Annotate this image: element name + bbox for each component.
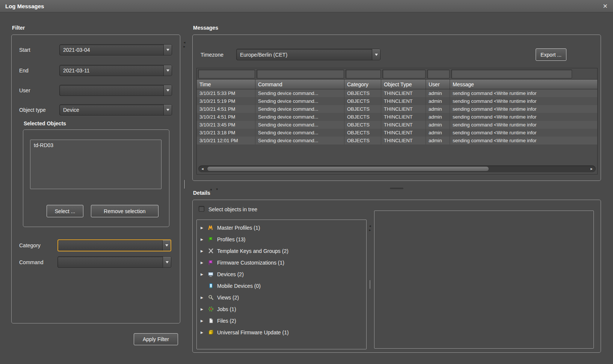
tree-item-profiles[interactable]: ▶ Profiles (13) [197,233,366,245]
log-row[interactable]: 3/10/21 3:45 PM Sending device command..… [197,121,597,129]
select-objects-checkbox[interactable] [199,206,204,212]
log-row[interactable]: 3/10/21 5:33 PM Sending device command..… [197,89,597,97]
selected-objects-list[interactable]: td-RD03 [30,140,162,189]
expand-arrow-icon[interactable]: ▶ [201,261,207,265]
apply-filter-button[interactable]: Apply Filter [134,333,178,345]
scroll-right-icon[interactable]: ► [587,167,596,171]
start-date-combobox[interactable]: 2021-03-04 [59,44,172,56]
object-type-value: Device [60,105,163,115]
tree-item-files[interactable]: ▶ Files (2) [197,315,366,326]
profiles-icon [207,236,214,242]
tree-item-firmware-customizations[interactable]: ▶ Firmware Customizations (1) [197,257,366,268]
details-group-title: Details [193,190,210,196]
end-date-combobox[interactable]: 2021-03-11 [59,65,172,76]
dropdown-arrow-icon[interactable] [163,65,172,76]
time-filter-input[interactable] [198,69,255,78]
log-row[interactable]: 3/10/21 5:19 PM Sending device command..… [197,97,597,105]
command-combobox[interactable] [57,256,171,268]
column-filter-row [197,68,597,80]
selected-objects-group: td-RD03 Select ... Remove selection [23,129,169,227]
expand-arrow-icon[interactable]: ▶ [201,307,207,311]
user-filter-input[interactable] [427,69,450,78]
horizontal-scrollbar[interactable]: ◄ ► [198,165,596,172]
details-content-panel [374,211,594,349]
expand-arrow-icon[interactable]: ▶ [201,238,207,241]
left-right-splitter[interactable]: ◄ ► [182,35,187,323]
filter-group-title: Filter [12,25,25,31]
expand-arrow-icon[interactable]: ▶ [201,272,207,276]
object-type-combobox[interactable]: Device [59,104,172,116]
category-combobox[interactable] [57,239,171,251]
message-filter-input[interactable] [451,69,572,78]
category-filter-input[interactable] [346,69,381,78]
top-bottom-splitter[interactable]: ▲ ▼ [192,185,601,191]
views-icon [207,294,214,301]
log-row[interactable]: 3/10/21 3:18 PM Sending device command..… [197,129,597,137]
log-row[interactable]: 3/10/21 12:01 PM Sending device command.… [197,137,597,144]
expand-arrow-icon[interactable]: ▶ [201,296,207,299]
collapse-right-icon[interactable]: ► [182,45,187,49]
log-row[interactable]: 3/10/21 4:51 PM Sending device command..… [197,105,597,113]
start-label: Start [19,47,30,53]
tree-item-jobs[interactable]: ▶ Jobs (1) [197,303,366,315]
tree-item-master-profiles[interactable]: ▶ Master Profiles (1) [197,222,366,233]
col-header-object-type[interactable]: Object Type [381,80,426,89]
select-objects-checkbox-label: Select objects in tree [208,206,257,212]
dropdown-arrow-icon[interactable] [163,257,171,268]
col-header-command[interactable]: Command [255,80,344,89]
col-header-category[interactable]: Category [344,80,381,89]
dropdown-arrow-icon[interactable] [163,105,172,115]
tree-item-universal-firmware-update[interactable]: ▶ Universal Firmware Update (1) [197,326,366,338]
details-splitter[interactable]: ◄ ► [367,220,373,349]
object-type-label: Object type [19,107,46,113]
command-label: Command [19,259,44,265]
command-filter-input[interactable] [257,69,344,78]
dropdown-arrow-icon[interactable] [163,85,172,96]
export-button[interactable]: Export ... [536,48,566,61]
scroll-left-icon[interactable]: ◄ [198,167,207,171]
user-label: User [19,87,30,93]
scrollbar-thumb[interactable] [207,166,489,171]
timezone-combobox[interactable]: Europe/Berlin (CET) [236,49,380,60]
command-value [58,257,163,268]
list-item[interactable]: td-RD03 [34,142,158,148]
tree-item-devices[interactable]: ▶ Devices (2) [197,268,366,280]
dropdown-arrow-icon[interactable] [162,240,171,251]
messages-group: Timezone Europe/Berlin (CET) Export ... … [192,35,601,181]
messages-group-title: Messages [193,25,218,31]
expand-arrow-icon[interactable]: ▶ [201,319,207,323]
log-row[interactable]: 3/10/21 4:51 PM Sending device command..… [197,113,597,121]
collapse-left-icon[interactable]: ◄ [367,224,373,228]
expand-arrow-icon[interactable]: ▶ [201,331,207,334]
col-header-user[interactable]: User [426,80,450,89]
dropdown-arrow-icon[interactable] [163,45,172,55]
col-header-message[interactable]: Message [450,80,597,89]
close-icon[interactable]: ✕ [603,3,608,10]
window-title: Log Messages [5,3,44,9]
collapse-right-icon[interactable]: ► [367,228,373,232]
collapse-down-icon[interactable]: ▼ [216,188,219,191]
remove-selection-button[interactable]: Remove selection [91,205,159,217]
user-combobox[interactable] [59,85,172,96]
collapse-left-icon[interactable]: ◄ [182,41,187,45]
jobs-icon [207,306,214,312]
tree-item-mobile-devices[interactable]: ▶ Mobile Devices (0) [197,280,366,292]
tree-item-template-keys[interactable]: ▶ Template Keys and Groups (2) [197,245,366,257]
expand-arrow-icon[interactable]: ▶ [201,249,207,253]
category-value [58,240,162,251]
files-icon [207,317,214,324]
user-value [60,85,163,96]
object-type-filter-input[interactable] [382,69,426,78]
splitter-grip [369,280,371,289]
firmware-customizations-icon [207,259,214,266]
col-header-time[interactable]: Time [197,80,255,89]
end-label: End [19,68,29,74]
expand-arrow-icon[interactable]: ▶ [201,226,207,230]
dropdown-arrow-icon[interactable] [372,49,380,60]
table-body: 3/10/21 5:33 PM Sending device command..… [197,89,597,144]
select-button[interactable]: Select ... [47,205,83,217]
table-header-row: Time Command Category Object Type User M… [197,80,597,89]
tree-item-views[interactable]: ▶ Views (2) [197,292,366,303]
window-titlebar: Log Messages ✕ [0,0,613,12]
master-profiles-icon [207,224,214,231]
